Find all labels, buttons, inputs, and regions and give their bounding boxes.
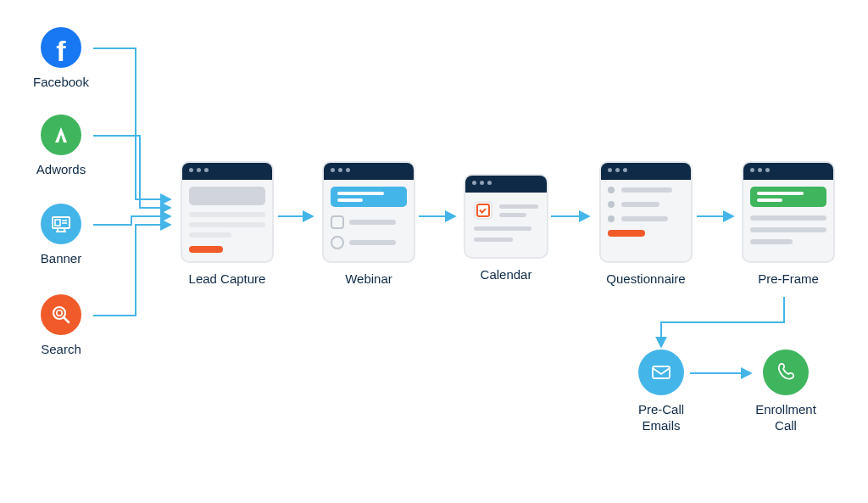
stage-label: Calendar bbox=[459, 267, 553, 282]
phone-icon bbox=[763, 349, 809, 395]
stage-webinar: Webinar bbox=[318, 161, 420, 286]
stage-label: Questionnaire bbox=[595, 271, 697, 286]
stage-questionnaire: Questionnaire bbox=[595, 161, 697, 286]
facebook-icon: f bbox=[41, 27, 81, 68]
svg-rect-1 bbox=[55, 220, 60, 226]
endpoint-label: Pre-Call Emails bbox=[615, 402, 708, 434]
funnel-diagram: f Facebook Adwords Ban bbox=[0, 0, 868, 503]
source-adwords: Adwords bbox=[27, 115, 95, 176]
stage-calendar: Calendar bbox=[459, 174, 553, 282]
endpoint-pre-call-emails: Pre-Call Emails bbox=[615, 349, 708, 434]
svg-point-8 bbox=[57, 310, 62, 316]
email-icon bbox=[638, 349, 684, 395]
stage-label: Lead Capture bbox=[176, 271, 278, 286]
source-label: Search bbox=[27, 342, 95, 356]
card-icon bbox=[181, 161, 274, 263]
source-search: Search bbox=[27, 294, 95, 356]
source-facebook: f Facebook bbox=[27, 27, 95, 89]
endpoint-label: Enrollment Call bbox=[739, 402, 832, 434]
svg-line-9 bbox=[64, 318, 70, 323]
search-icon bbox=[41, 294, 81, 335]
banner-icon bbox=[41, 204, 81, 244]
source-label: Facebook bbox=[27, 75, 95, 89]
source-banner: Banner bbox=[27, 204, 95, 265]
card-icon bbox=[464, 174, 548, 259]
stage-label: Webinar bbox=[318, 271, 420, 286]
stage-pre-frame: Pre-Frame bbox=[737, 161, 839, 286]
source-label: Adwords bbox=[27, 162, 95, 176]
endpoint-enrollment-call: Enrollment Call bbox=[739, 349, 832, 434]
adwords-icon bbox=[41, 115, 81, 155]
stage-lead-capture: Lead Capture bbox=[176, 161, 278, 286]
svg-rect-10 bbox=[653, 366, 670, 378]
stage-label: Pre-Frame bbox=[737, 271, 839, 286]
source-label: Banner bbox=[27, 251, 95, 265]
card-icon bbox=[599, 161, 693, 263]
card-icon bbox=[322, 161, 415, 263]
card-icon bbox=[742, 161, 835, 263]
